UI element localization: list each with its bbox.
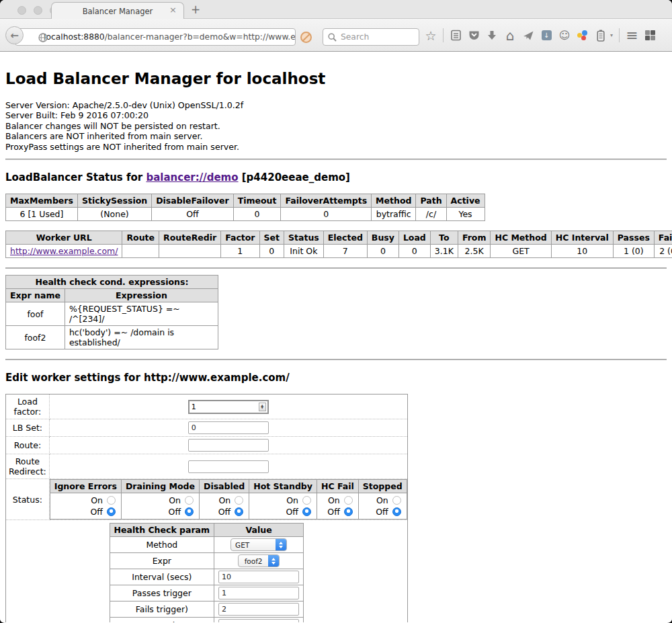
worker-url-link[interactable]: http://www.example.com/ bbox=[10, 246, 118, 256]
url-domain: localhost:8880 bbox=[44, 32, 105, 42]
col-draining-mode: Draining Mode bbox=[121, 480, 199, 493]
status-radio-row: On Off On Off On Off bbox=[50, 493, 407, 520]
cell-from: 2.5K bbox=[458, 245, 491, 258]
url-bar[interactable]: localhost:8880/balancer-manager?b=demo&w… bbox=[15, 28, 296, 46]
form-row-status: Status: Ignore Errors Draining Mode Disa… bbox=[6, 479, 408, 520]
browser-window: Balancer Manager × + ← localhost:8880/ba… bbox=[0, 0, 672, 623]
on-label: On bbox=[169, 495, 181, 505]
new-tab-button[interactable]: + bbox=[191, 3, 200, 16]
col-disablefailover: DisableFailover bbox=[152, 194, 233, 208]
stopped-on-radio[interactable] bbox=[392, 496, 401, 505]
edit-worker-heading: Edit worker settings for http://www.exam… bbox=[5, 372, 667, 384]
status-table: Ignore Errors Draining Mode Disabled Hot… bbox=[50, 479, 407, 520]
table-header-row: Ignore Errors Draining Mode Disabled Hot… bbox=[50, 480, 407, 493]
col-maxmembers: MaxMembers bbox=[6, 194, 78, 208]
balancer-demo-link[interactable]: balancer://demo bbox=[146, 171, 238, 183]
col-to: To bbox=[430, 231, 458, 245]
col-passes: Passes bbox=[613, 231, 654, 245]
page-title: Load Balancer Manager for localhost bbox=[5, 52, 667, 87]
hc-passes-input[interactable] bbox=[218, 587, 299, 599]
home-icon[interactable]: ⌂ bbox=[504, 29, 516, 42]
form-row-health-check: Health Check param Value Method GET bbox=[6, 520, 408, 622]
colorful-extension-icon[interactable] bbox=[577, 29, 589, 42]
load-factor-field[interactable] bbox=[190, 403, 259, 411]
worker-status-table: Worker URL Route RouteRedir Factor Set S… bbox=[5, 231, 672, 258]
close-window-button[interactable] bbox=[17, 6, 26, 15]
load-factor-label: Load factor: bbox=[6, 394, 50, 419]
bookmark-star-icon[interactable]: ☆ bbox=[425, 29, 437, 42]
cell-passes: 1 (0) bbox=[613, 245, 654, 258]
server-version-line: Server Version: Apache/2.5.0-dev (Unix) … bbox=[5, 100, 667, 110]
extension-square-icon[interactable]: ↓ bbox=[540, 29, 552, 42]
form-row-lb-set: LB Set: bbox=[6, 419, 408, 437]
chevron-down-icon[interactable]: ▾ bbox=[610, 32, 613, 38]
tab-close-icon[interactable]: × bbox=[169, 5, 177, 14]
cell-routeredir bbox=[159, 245, 221, 258]
search-bar[interactable]: Search bbox=[323, 28, 419, 46]
col-hc-param: Health Check param bbox=[110, 524, 214, 537]
table-header-row: Worker URL Route RouteRedir Factor Set S… bbox=[6, 231, 672, 245]
hc-uri-input[interactable] bbox=[218, 619, 299, 622]
col-stickysession: StickySession bbox=[77, 194, 151, 208]
route-label: Route: bbox=[6, 437, 50, 454]
route-redirect-label: Route Redirect: bbox=[6, 454, 50, 479]
col-stopped: Stopped bbox=[358, 480, 407, 493]
send-tab-icon[interactable] bbox=[522, 29, 534, 42]
minimize-window-button[interactable] bbox=[34, 6, 42, 15]
hc-row-expr: Expr foof2 bbox=[110, 553, 304, 569]
number-stepper-icon[interactable]: ▲▼ bbox=[259, 403, 266, 411]
lb-set-input[interactable] bbox=[188, 421, 269, 434]
hc-row-interval: Interval (secs) bbox=[110, 569, 304, 585]
col-elected: Elected bbox=[323, 231, 367, 245]
pocket-icon[interactable] bbox=[468, 29, 480, 42]
col-status: Status bbox=[284, 231, 324, 245]
toolbar-divider bbox=[443, 28, 444, 42]
col-expr-name: Expr name bbox=[6, 289, 65, 302]
hc-interval-input[interactable] bbox=[218, 571, 299, 583]
route-input[interactable] bbox=[188, 439, 269, 452]
table-title-row: Health check cond. expressions: bbox=[6, 276, 218, 289]
hc-fail-on-radio[interactable] bbox=[344, 496, 353, 505]
battery-extension-icon[interactable] bbox=[595, 29, 607, 42]
draining-mode-off-radio[interactable] bbox=[185, 507, 194, 516]
divider bbox=[5, 267, 667, 269]
off-label: Off bbox=[90, 507, 102, 517]
hc-method-select[interactable]: GET bbox=[230, 538, 287, 551]
col-set: Set bbox=[259, 231, 284, 245]
downloads-icon[interactable] bbox=[486, 29, 498, 42]
reading-list-icon[interactable] bbox=[450, 29, 462, 42]
globe-icon bbox=[38, 33, 48, 42]
col-busy: Busy bbox=[367, 231, 398, 245]
hc-passes-label: Passes trigger bbox=[110, 585, 214, 601]
worker-settings-form: Load factor: ▲▼ LB Set: Route: Route Red… bbox=[5, 394, 408, 622]
smiley-extension-icon[interactable]: ☺ bbox=[558, 29, 571, 42]
hc-fails-input[interactable] bbox=[218, 603, 299, 616]
col-method: Method bbox=[372, 194, 416, 208]
disabled-on-radio[interactable] bbox=[235, 496, 243, 505]
back-button[interactable]: ← bbox=[5, 26, 24, 44]
tab-balancer-manager[interactable]: Balancer Manager × bbox=[51, 2, 184, 19]
table-row: http://www.example.com/ 1 0 Init Ok 7 0 … bbox=[6, 245, 672, 258]
search-icon bbox=[328, 33, 337, 42]
cell-fails: 2 (0) bbox=[654, 245, 672, 258]
tab-title: Balancer Manager bbox=[83, 7, 153, 16]
cell-disablefailover: Off bbox=[152, 208, 233, 221]
menu-hamburger-icon[interactable]: ≡ bbox=[626, 29, 638, 42]
form-row-route: Route: bbox=[6, 437, 408, 454]
tiles-extension-icon[interactable] bbox=[644, 29, 656, 42]
ignore-errors-off-radio[interactable] bbox=[107, 507, 116, 516]
hc-fail-off-radio[interactable] bbox=[344, 507, 353, 516]
url-text: localhost:8880/balancer-manager?b=demo&w… bbox=[44, 32, 296, 42]
route-redirect-input[interactable] bbox=[188, 460, 269, 473]
load-factor-input[interactable]: ▲▼ bbox=[188, 400, 269, 414]
stopped-off-radio[interactable] bbox=[392, 507, 401, 516]
content-blocker-icon[interactable] bbox=[300, 32, 312, 43]
hot-standby-off-radio[interactable] bbox=[302, 507, 311, 516]
cell-factor: 1 bbox=[221, 245, 259, 258]
draining-mode-on-radio[interactable] bbox=[185, 496, 194, 505]
hc-expr-select[interactable]: foof2 bbox=[238, 554, 280, 567]
ignore-errors-on-radio[interactable] bbox=[107, 496, 116, 505]
hot-standby-on-radio[interactable] bbox=[302, 496, 311, 505]
inherit-note-line: Balancers are NOT inherited from main se… bbox=[5, 131, 667, 141]
disabled-off-radio[interactable] bbox=[235, 507, 243, 516]
